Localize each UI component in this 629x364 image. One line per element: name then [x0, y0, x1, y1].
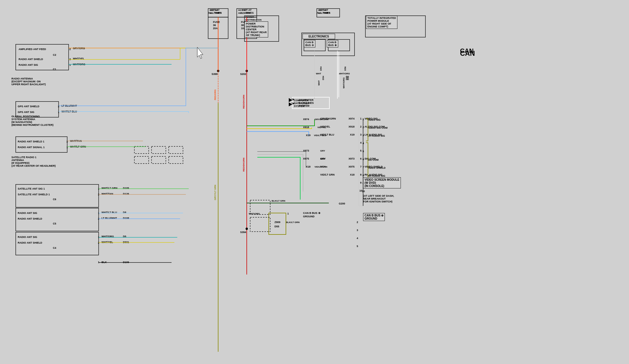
computer-data-lines-label: COMPUTERDATA LINESSYSTEM [299, 99, 314, 107]
gps-antenna-label: GLOBAL POSITIONINGSYSTEM ANTENNA(W NAVIG… [11, 115, 53, 126]
diagram-canvas [0, 0, 629, 364]
wiring-diagram: RADIO ANTENNA(EXCEPT MAGNUM: ONUPPER RIG… [0, 0, 629, 364]
hot-at-all-times-1: HOT ATALL TIMES [208, 9, 222, 14]
tipm-label: TOTALLY INTEGRATEDPOWER MODULE(AT RIGHT … [366, 16, 397, 29]
can-b-bus-plus-label: CAN BBUS ⊕ [327, 40, 338, 47]
power-dist-center-label: POWERDISTRIBUTIONCENTER(AT RIGHT REAROF … [244, 21, 268, 37]
hot-at-all-times-3: HOT ATALL TIMES [317, 9, 330, 14]
electronics-label: ELECTRONICS [302, 34, 335, 39]
hot-at-all-times-2: HOT ATALL TIMES [240, 9, 254, 14]
video-screen-location-label: (AT LEFT SIDE OF DASH,NEAR BREAKOUTFOR I… [363, 194, 394, 203]
can-b-bus-minus-label: CAN BBUS ⊖ [304, 40, 315, 47]
can-label: CAN [460, 47, 474, 55]
satellite-radio1-label: SATELLITE RADIO 1ANTENNA(IF EQUIPPED)(AT… [11, 156, 56, 167]
can-b-bus-ground-label: CAN B BUS ⊕GROUND [363, 213, 385, 221]
video-screen-module-label: VIDEO SCREEN MODULE(W DVD)(IN CONSOLE) [363, 177, 401, 188]
radio-antenna-label: RADIO ANTENNA(EXCEPT MAGNUM: ONUPPER RIG… [11, 77, 46, 86]
